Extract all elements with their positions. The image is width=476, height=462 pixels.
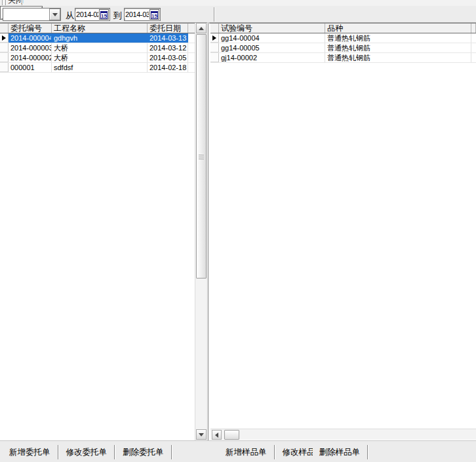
cell-commission-date: 2014-02-18 — [148, 63, 188, 72]
date-to-field[interactable]: 15 — [124, 8, 161, 21]
cell-project-name: gdhgvh — [52, 33, 148, 43]
cell-test-no: gj14-00002 — [219, 53, 325, 62]
column-header-variety[interactable]: 品种 — [325, 24, 471, 33]
button-separator — [274, 445, 275, 459]
cell-test-no: gg14-00004 — [219, 33, 325, 43]
date-to-input[interactable] — [125, 10, 149, 18]
scroll-left-button[interactable] — [212, 430, 222, 440]
sample-actions: 新增样品单 修改样品 删除样品单 — [219, 445, 369, 459]
cell-commission-date: 2014-03-13 — [148, 33, 188, 43]
cell-variety: 普通热轧钢筋 — [325, 33, 471, 43]
add-commission-button[interactable]: 新增委托单 — [3, 445, 57, 459]
table-row[interactable]: gg14-00004 普通热轧钢筋 — [210, 33, 476, 43]
button-separator — [367, 445, 368, 459]
button-separator — [114, 445, 115, 459]
query-toolbar: 从 15 到 15 查询 — [0, 6, 476, 23]
button-separator — [58, 445, 59, 459]
row-selector[interactable] — [0, 53, 9, 62]
cell-filler — [471, 33, 476, 43]
button-separator — [171, 445, 172, 459]
edit-commission-button[interactable]: 修改委托单 — [60, 445, 114, 459]
combobox-dropdown-button[interactable] — [49, 9, 60, 20]
hscroll-thumb[interactable] — [224, 430, 239, 440]
tab-divider — [2, 0, 3, 5]
row-selector[interactable] — [0, 33, 9, 43]
date-to-picker-button[interactable]: 15 — [149, 9, 159, 20]
tab-divider — [22, 0, 22, 5]
row-selector[interactable] — [210, 33, 219, 43]
column-header-filler — [471, 24, 476, 33]
cell-commission-date: 2014-03-12 — [148, 43, 188, 52]
table-row[interactable]: gj14-00002 普通热轧钢筋 — [210, 53, 476, 63]
table-row[interactable]: 000001 sdfdsf 2014-02-18 — [0, 63, 195, 73]
scroll-left-icon — [215, 433, 218, 438]
filter-combobox-input[interactable] — [3, 9, 49, 20]
sample-grid-header: 试验编号 品种 — [210, 24, 476, 33]
scroll-grip-icon — [199, 154, 204, 159]
date-from-input[interactable] — [75, 10, 99, 18]
bottom-action-bar: 新增委托单 修改委托单 删除委托单 新增样品单 修改样品 删除样品单 — [0, 440, 476, 462]
filter-combobox[interactable] — [3, 8, 61, 21]
tab-divider — [5, 0, 6, 5]
row-selector-header — [210, 24, 219, 33]
row-selector-header — [0, 24, 9, 33]
tab-strip: 关闭 — [0, 0, 476, 6]
cell-variety: 普通热轧钢筋 — [325, 43, 471, 52]
to-label: 到 — [113, 10, 122, 22]
app-window: 关闭 从 15 到 15 查询 委托编号 — [0, 0, 476, 462]
date-from-picker-button[interactable]: 15 — [99, 9, 109, 20]
chevron-down-icon — [52, 13, 58, 16]
scroll-down-icon — [199, 433, 204, 436]
delete-commission-button[interactable]: 删除委托单 — [116, 445, 170, 459]
sample-grid-hscrollbar[interactable] — [210, 429, 476, 440]
cell-filler — [471, 43, 476, 52]
cell-commission-no: 2014-000004 — [9, 33, 52, 43]
column-header-commission-date[interactable]: 委托日期 — [148, 24, 188, 33]
add-sample-button[interactable]: 新增样品单 — [219, 445, 273, 459]
scroll-up-button[interactable] — [196, 23, 207, 33]
cell-commission-no: 2014-000002 — [9, 53, 52, 62]
from-label: 从 — [66, 10, 74, 22]
scroll-down-button[interactable] — [196, 429, 207, 440]
sample-grid-panel: 试验编号 品种 gg14-00004 普通热轧钢筋 gg14-00005 普通热… — [209, 23, 476, 440]
cell-project-name: 大桥 — [52, 43, 148, 52]
commission-grid-panel: 委托编号 工程名称 委托日期 2014-000004 gdhgvh 2014-0… — [0, 23, 195, 440]
commission-grid-header: 委托编号 工程名称 委托日期 — [0, 24, 195, 33]
current-row-icon — [212, 35, 216, 41]
row-selector[interactable] — [210, 53, 219, 62]
table-row[interactable]: 2014-000002 大桥 2014-03-05 — [0, 53, 195, 63]
delete-sample-button[interactable]: 删除样品单 — [313, 445, 367, 459]
cell-commission-date: 2014-03-05 — [148, 53, 188, 62]
toolbar-separator — [214, 7, 215, 22]
cell-test-no: gg14-00005 — [219, 43, 325, 52]
cell-commission-no: 2014-000003 — [9, 43, 52, 52]
table-row[interactable]: 2014-000004 gdhgvh 2014-03-13 — [0, 33, 195, 43]
commission-actions: 新增委托单 修改委托单 删除委托单 — [3, 445, 173, 459]
column-header-project-name[interactable]: 工程名称 — [52, 24, 148, 33]
row-selector[interactable] — [0, 63, 9, 72]
table-row[interactable]: gg14-00005 普通热轧钢筋 — [210, 43, 476, 53]
column-header-test-no[interactable]: 试验编号 — [219, 24, 325, 33]
current-row-icon — [2, 35, 6, 41]
cell-filler — [471, 53, 476, 62]
cell-project-name: 大桥 — [52, 53, 148, 62]
table-row[interactable]: 2014-000003 大桥 2014-03-12 — [0, 43, 195, 53]
date-from-field[interactable]: 15 — [75, 8, 110, 21]
cell-variety: 普通热轧钢筋 — [325, 53, 471, 62]
calendar-icon: 15 — [151, 11, 158, 19]
column-header-commission-no[interactable]: 委托编号 — [9, 24, 52, 33]
cell-commission-no: 000001 — [9, 63, 52, 72]
scroll-up-icon — [199, 27, 204, 30]
cell-project-name: sdfdsf — [52, 63, 148, 72]
commission-grid-vscrollbar[interactable] — [195, 23, 207, 440]
row-selector[interactable] — [210, 43, 219, 52]
vscroll-thumb[interactable] — [196, 34, 207, 279]
edit-sample-button[interactable]: 修改样品 — [276, 445, 313, 459]
row-selector[interactable] — [0, 43, 9, 52]
calendar-icon: 15 — [100, 11, 108, 19]
